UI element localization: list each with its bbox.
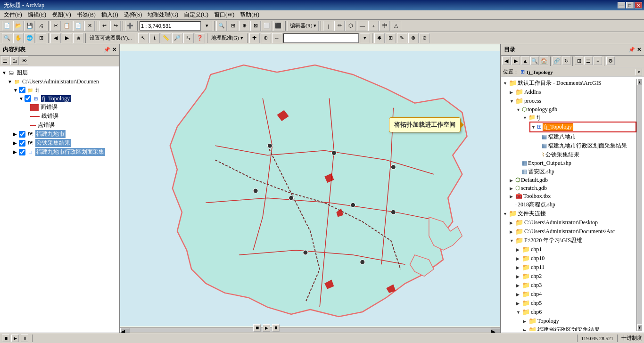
default-work-expand[interactable]: ▼: [503, 81, 509, 86]
selectable-layers-label[interactable]: 设置可选图层(Y)...: [88, 34, 134, 41]
cat-search-btn[interactable]: 🔍: [530, 57, 539, 65]
menu-help[interactable]: 帮助(H): [237, 10, 262, 19]
cat-highpoint[interactable]: · 2018高程点.shp: [510, 200, 636, 209]
g3[interactable]: ↔: [272, 33, 282, 43]
play-btn[interactable]: ▶: [263, 324, 270, 332]
cat-options-btn[interactable]: ⚙: [606, 57, 615, 65]
georef-dropdown[interactable]: ▾: [360, 33, 370, 43]
hscroll-left[interactable]: ◀: [120, 328, 130, 333]
minimize-button[interactable]: —: [618, 2, 625, 8]
toc-fj-group[interactable]: ▼ 📁 fj: [13, 86, 117, 94]
menu-view[interactable]: 视图(V): [49, 10, 74, 19]
filepath-expand-icon[interactable]: ▼: [8, 79, 13, 84]
stop-btn[interactable]: ⏹: [253, 324, 261, 332]
fj-cat-expand[interactable]: ▼: [523, 115, 528, 120]
addins-expand[interactable]: ▶: [510, 90, 515, 95]
menu-insert[interactable]: 插入(I): [99, 10, 121, 19]
arrow-tool[interactable]: ↖: [138, 33, 149, 43]
back-btn[interactable]: ◀: [50, 33, 61, 43]
fjtopo-cat-expand[interactable]: ▼: [531, 125, 537, 130]
layers-expand-icon[interactable]: ▼: [2, 70, 8, 75]
globe-btn[interactable]: 🌐: [25, 33, 35, 43]
cat-chp1[interactable]: ▶ 📁 chp1: [516, 245, 636, 254]
catalog-location-dropdown[interactable]: ▾: [636, 69, 642, 75]
open-button[interactable]: 📂: [13, 21, 24, 31]
editor-button[interactable]: 编辑器(R) ▾: [288, 21, 319, 31]
scale-input[interactable]: 1 : 3, 740, 531: [140, 21, 201, 31]
t2[interactable]: ✏: [334, 21, 345, 31]
toc-line-error[interactable]: 线错误: [25, 112, 117, 121]
toc-file-path[interactable]: ▼ 📁 C:\Users\Administrator\Documen: [8, 77, 117, 86]
chp11-expand[interactable]: ▶: [516, 265, 522, 270]
add-data-button[interactable]: ➕: [125, 21, 135, 31]
cat-fj[interactable]: ▼ 📁 fj: [523, 114, 636, 122]
cat-f2020[interactable]: ▼ 📁 F:\2020 年学习\GIS思维: [510, 236, 636, 245]
cat-detail-btn[interactable]: ≡: [594, 57, 602, 65]
t5[interactable]: +: [368, 21, 379, 31]
menu-edit[interactable]: 编辑(E): [25, 10, 49, 19]
toc-layers-root[interactable]: ▼ 🗂 图层: [2, 68, 117, 77]
toc-list-btn[interactable]: ☰: [1, 57, 9, 65]
t1[interactable]: |: [323, 21, 333, 31]
find-btn[interactable]: 🔎: [172, 33, 182, 43]
meas-btn[interactable]: 📏: [161, 33, 171, 43]
tools2[interactable]: ⊞: [228, 21, 238, 31]
delete-button[interactable]: ✕: [84, 21, 95, 31]
scratchgdb-expand[interactable]: ▶: [510, 186, 515, 191]
cat-process[interactable]: ▼ 📁 process: [510, 97, 636, 106]
cat-back-btn[interactable]: ◀: [502, 57, 511, 65]
georef-input[interactable]: [283, 33, 359, 43]
toc-source-btn[interactable]: 🗂: [10, 57, 19, 65]
map-area[interactable]: 将拓扑加载进工作空间 ◀ ▶ ⏹ ▶ ⏸: [120, 44, 500, 333]
fjtopo-expand-icon[interactable]: ▼: [19, 96, 25, 101]
cat-default-gdb[interactable]: ▶ ⬡ Default.gdb: [510, 176, 636, 184]
cat-refresh-btn[interactable]: ↻: [562, 57, 570, 65]
cat-jingan[interactable]: ▦ 晋安区.shp: [516, 167, 636, 176]
cat-topology-gdb[interactable]: ▼ ⬡ topology.gdb: [516, 106, 636, 114]
cat-home-btn[interactable]: 🏠: [540, 57, 548, 65]
fujianprov-expand[interactable]: ▶: [523, 328, 528, 331]
info-btn[interactable]: ℹ: [149, 33, 160, 43]
tools6[interactable]: ⬛: [273, 21, 283, 31]
scale-dropdown[interactable]: ▾: [202, 21, 212, 31]
cat-export-output[interactable]: ▦ Export_Output.shp: [516, 159, 636, 167]
window-controls[interactable]: — □ ✕: [618, 2, 642, 8]
magnifier-button[interactable]: 🔍: [216, 21, 227, 31]
menu-file[interactable]: 文件(F): [1, 10, 25, 19]
g2[interactable]: ⊕: [261, 33, 271, 43]
cat-up-btn[interactable]: ▲: [521, 57, 529, 65]
cat-scroll-track[interactable]: [637, 85, 642, 324]
cut-button[interactable]: ✂: [50, 21, 61, 31]
process-expand[interactable]: ▼: [510, 99, 515, 104]
new-button[interactable]: 📄: [2, 21, 12, 31]
topofolder-expand[interactable]: ▶: [523, 319, 528, 324]
cat-desktop[interactable]: ▶ 📁 C:\Users\Administrator\Desktop: [510, 218, 636, 227]
tools3[interactable]: ⊕: [239, 21, 249, 31]
t7[interactable]: △: [391, 21, 401, 31]
query-btn[interactable]: ❓: [195, 33, 205, 43]
menu-select[interactable]: 选择(S): [121, 10, 145, 19]
menu-customize[interactable]: 自定义(C): [181, 10, 211, 19]
toc-pin-button[interactable]: 📌: [104, 47, 110, 53]
select-btn[interactable]: 🖱: [73, 33, 83, 43]
maximize-button[interactable]: □: [626, 2, 634, 8]
chp4-expand[interactable]: ▶: [516, 292, 522, 297]
fwd-btn[interactable]: ▶: [62, 33, 72, 43]
tools4[interactable]: ⊠: [250, 21, 261, 31]
status-play-btn[interactable]: ▶: [11, 335, 19, 342]
close-button[interactable]: ✕: [635, 2, 642, 8]
cat-fwd-btn[interactable]: ▶: [512, 57, 520, 65]
catalog-vscrollbar[interactable]: ▲ ▼: [636, 79, 642, 331]
cat-fujian-cities2[interactable]: ▦ 福建八地市: [536, 132, 636, 141]
toc-face-error[interactable]: 面错误: [25, 103, 117, 112]
docs-expand[interactable]: ▶: [510, 229, 515, 234]
copy-button[interactable]: 📋: [62, 21, 72, 31]
cat-chp3[interactable]: ▶ 📁 chp3: [516, 281, 636, 290]
admin-expand-icon[interactable]: ▶: [13, 149, 19, 155]
g1[interactable]: ✚: [249, 33, 260, 43]
chp6-expand[interactable]: ▼: [516, 310, 522, 315]
g8[interactable]: ⊘: [420, 33, 430, 43]
print-button[interactable]: 🖨: [36, 21, 46, 31]
g5[interactable]: ⊞: [386, 33, 396, 43]
cat-railway2[interactable]: ⌇ 公铁采集结果: [536, 150, 636, 159]
